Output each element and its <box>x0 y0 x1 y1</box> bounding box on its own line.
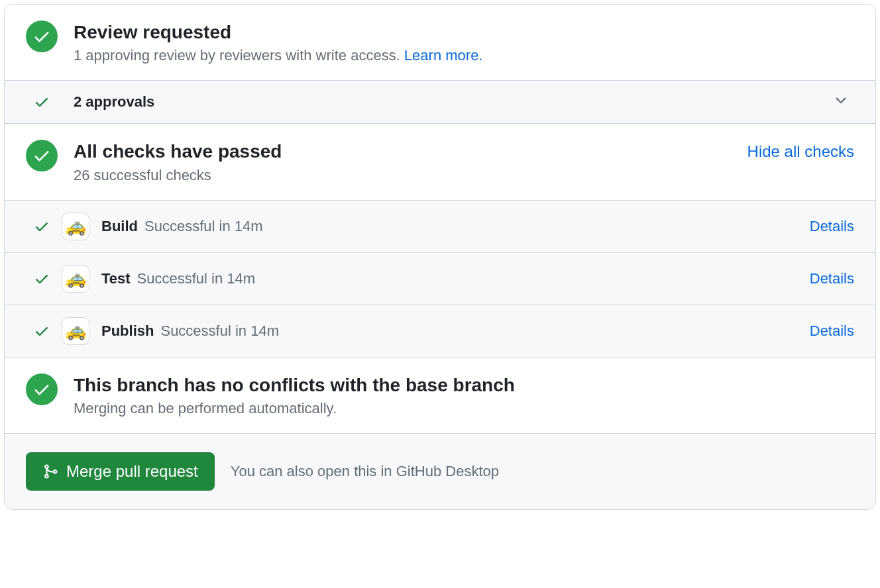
checks-subtitle: 26 successful checks <box>74 167 732 184</box>
review-subtitle-text: 1 approving review by reviewers with wri… <box>74 47 404 64</box>
workflow-avatar-icon: 🚕 <box>62 213 89 240</box>
merge-footer: Merge pull request You can also open thi… <box>5 434 875 509</box>
review-title: Review requested <box>74 21 854 44</box>
footer-text: You can also open this in GitHub Desktop <box>231 463 499 480</box>
check-status: Successful in 14m <box>137 270 256 287</box>
check-row: 🚕 Test Successful in 14m Details <box>5 253 875 305</box>
workflow-avatar-icon: 🚕 <box>62 317 89 345</box>
learn-more-link[interactable]: Learn more. <box>404 47 483 64</box>
review-subtitle: 1 approving review by reviewers with wri… <box>74 47 854 64</box>
check-circle-icon <box>26 140 58 172</box>
merge-content: This branch has no conflicts with the ba… <box>74 373 854 417</box>
check-icon <box>34 323 50 339</box>
details-link[interactable]: Details <box>810 270 854 287</box>
check-text: Publish Successful in 14m <box>101 322 798 340</box>
review-content: Review requested 1 approving review by r… <box>74 21 854 64</box>
checks-title: All checks have passed <box>74 140 732 164</box>
check-icon <box>34 219 50 234</box>
pr-merge-panel: Review requested 1 approving review by r… <box>4 4 876 510</box>
check-icon <box>34 94 50 110</box>
merge-status-section: This branch has no conflicts with the ba… <box>5 358 875 434</box>
workflow-avatar-icon: 🚕 <box>62 265 89 293</box>
merge-pull-request-button[interactable]: Merge pull request <box>26 452 215 491</box>
check-name: Test <box>101 270 131 287</box>
checks-content: All checks have passed 26 successful che… <box>74 140 732 183</box>
git-merge-icon <box>42 464 58 479</box>
check-name: Publish <box>101 322 154 340</box>
details-link[interactable]: Details <box>810 322 854 340</box>
merge-button-label: Merge pull request <box>66 462 198 481</box>
check-status: Successful in 14m <box>160 322 279 340</box>
checks-section: All checks have passed 26 successful che… <box>5 124 875 200</box>
check-status: Successful in 14m <box>144 218 263 235</box>
chevron-down-icon <box>833 93 849 111</box>
details-link[interactable]: Details <box>810 218 854 235</box>
merge-title: This branch has no conflicts with the ba… <box>74 373 854 397</box>
check-text: Build Successful in 14m <box>101 218 798 235</box>
check-row: 🚕 Build Successful in 14m Details <box>5 201 875 253</box>
check-name: Build <box>101 218 138 235</box>
approvals-text: 2 approvals <box>74 93 817 111</box>
approvals-row[interactable]: 2 approvals <box>5 80 875 124</box>
check-icon <box>34 271 50 287</box>
merge-subtitle: Merging can be performed automatically. <box>74 400 854 417</box>
review-section: Review requested 1 approving review by r… <box>5 5 875 80</box>
hide-checks-link[interactable]: Hide all checks <box>747 142 854 161</box>
check-circle-icon <box>26 373 58 405</box>
check-text: Test Successful in 14m <box>101 270 798 287</box>
check-row: 🚕 Publish Successful in 14m Details <box>5 305 875 358</box>
check-circle-icon <box>26 21 58 52</box>
